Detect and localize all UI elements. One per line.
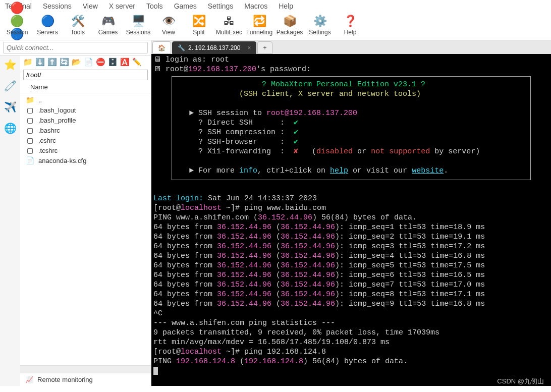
filetb-9[interactable]: ✏️ — [132, 58, 142, 67]
monitor-icon: 📈 — [25, 376, 33, 383]
settings-icon: ⚙️ — [313, 14, 327, 28]
vertical-tabs: ⭐🧷✈️🌐 — [0, 55, 20, 386]
tool-label: Help — [344, 29, 357, 36]
wrench-icon: 🔧 — [178, 44, 185, 51]
vtab-1[interactable]: 🧷 — [4, 80, 17, 92]
tool-label: Split — [193, 29, 204, 36]
path-input[interactable] — [23, 70, 148, 80]
tool-split[interactable]: 🔀Split — [184, 13, 214, 37]
home-icon: 🏠 — [158, 44, 166, 51]
file-row[interactable]: 📁.. — [20, 95, 151, 105]
tab-bar: 🏠 🔧 2. 192.168.137.200 × ＋ — [151, 40, 551, 54]
menu-help[interactable]: Help — [279, 2, 293, 10]
terminal-area: 🏠 🔧 2. 192.168.137.200 × ＋ 🖥 login as: r… — [151, 40, 551, 386]
file-icon: 📁 — [25, 96, 34, 104]
split-icon: 🔀 — [192, 14, 206, 28]
menu-x-server[interactable]: X server — [109, 2, 135, 10]
menu-tools[interactable]: Tools — [146, 2, 163, 10]
file-name: .tcshrc — [38, 147, 58, 154]
tab-home[interactable]: 🏠 — [152, 41, 171, 54]
filetb-4[interactable]: 📂 — [72, 58, 81, 67]
file-row[interactable]: ▢.bash_logout — [20, 105, 151, 115]
file-row[interactable]: ▢.tcshrc — [20, 145, 151, 155]
filetb-6[interactable]: ⛔ — [96, 58, 105, 67]
multiexec-icon: 🖧 — [222, 14, 236, 28]
tools-icon: 🛠️ — [71, 14, 85, 28]
vtab-0[interactable]: ⭐ — [4, 59, 17, 71]
file-icon: ▢ — [25, 106, 34, 114]
filetb-2[interactable]: ⬆️ — [47, 58, 57, 67]
view-icon: 👁️ — [161, 14, 176, 28]
file-name: anaconda-ks.cfg — [38, 157, 86, 164]
remote-monitoring[interactable]: 📈 Remote monitoring — [20, 373, 151, 386]
watermark: CSDN @九仞山 — [497, 377, 544, 386]
remote-monitoring-label: Remote monitoring — [37, 376, 93, 383]
quick-connect-bar — [0, 40, 151, 55]
file-row[interactable]: ▢.cshrc — [20, 135, 151, 145]
h-scrollbar[interactable] — [20, 365, 151, 373]
filetb-7[interactable]: 🗄️ — [108, 58, 118, 67]
plus-icon: ＋ — [262, 43, 268, 52]
file-row[interactable]: 📄anaconda-ks.cfg — [20, 155, 151, 165]
file-icon: ▢ — [25, 116, 34, 124]
file-name: .bashrc — [38, 127, 60, 134]
sidebar: ⭐🧷✈️🌐 📁⬇️⬆️🔄📂📄⛔🗄️🅰️✏️ Name 📁..▢.bash_log… — [0, 40, 151, 386]
tab-add[interactable]: ＋ — [257, 41, 272, 54]
filetb-8[interactable]: 🅰️ — [120, 58, 130, 67]
tool-label: Packages — [277, 29, 303, 36]
tool-games[interactable]: 🎮Games — [93, 13, 123, 37]
tool-session[interactable]: 🔴🟢🔵Session — [2, 13, 32, 37]
file-icon: ▢ — [25, 146, 34, 154]
file-list: 📁..▢.bash_logout▢.bash_profile▢.bashrc▢.… — [20, 93, 151, 365]
file-name: .bash_profile — [38, 117, 76, 124]
tool-packages[interactable]: 📦Packages — [274, 13, 305, 37]
tunneling-icon: 🔁 — [252, 14, 266, 28]
tool-label: Games — [98, 29, 118, 36]
file-row[interactable]: ▢.bashrc — [20, 125, 151, 135]
filetb-0[interactable]: 📁 — [23, 58, 33, 67]
tool-label: Tools — [71, 29, 85, 36]
file-browser: 📁⬇️⬆️🔄📂📄⛔🗄️🅰️✏️ Name 📁..▢.bash_logout▢.b… — [20, 55, 151, 386]
menu-games[interactable]: Games — [174, 2, 197, 10]
tool-help[interactable]: ❓Help — [335, 13, 365, 37]
file-header-name[interactable]: Name — [20, 81, 151, 93]
file-name: .. — [38, 96, 42, 104]
tool-tools[interactable]: 🛠️Tools — [63, 13, 93, 37]
terminal[interactable]: 🖥 login as: root 🖥 root@192.168.137.200'… — [151, 54, 551, 386]
vtab-3[interactable]: 🌐 — [4, 122, 17, 134]
tool-tunneling[interactable]: 🔁Tunneling — [244, 13, 274, 37]
menu-macros[interactable]: Macros — [244, 2, 267, 10]
packages-icon: 📦 — [283, 14, 297, 28]
tool-label: Servers — [37, 29, 58, 36]
menu-settings[interactable]: Settings — [208, 2, 234, 10]
help-icon: ❓ — [343, 14, 357, 28]
tool-sessions[interactable]: 🖥️Sessions — [123, 13, 153, 37]
menu-bar: TerminalSessionsViewX serverToolsGamesSe… — [0, 0, 551, 12]
file-row[interactable]: ▢.bash_profile — [20, 115, 151, 125]
main-toolbar: 🔴🟢🔵Session🔵Servers🛠️Tools🎮Games🖥️Session… — [0, 12, 551, 40]
tool-view[interactable]: 👁️View — [153, 13, 184, 37]
tool-label: Sessions — [126, 29, 151, 36]
close-icon[interactable]: × — [247, 44, 251, 51]
vtab-2[interactable]: ✈️ — [4, 101, 17, 113]
session-icon: 🔴🟢🔵 — [10, 14, 24, 28]
filetb-5[interactable]: 📄 — [84, 58, 93, 67]
file-name: .cshrc — [38, 137, 56, 144]
quick-connect-input[interactable] — [3, 42, 148, 53]
tool-label: View — [162, 29, 175, 36]
menu-view[interactable]: View — [83, 2, 98, 10]
file-name: .bash_logout — [38, 106, 76, 114]
filetb-3[interactable]: 🔄 — [60, 58, 69, 67]
filetb-1[interactable]: ⬇️ — [35, 58, 45, 67]
tab-label: 2. 192.168.137.200 — [188, 44, 240, 51]
tool-multiexec[interactable]: 🖧MultiExec — [214, 13, 244, 37]
tool-servers[interactable]: 🔵Servers — [32, 13, 63, 37]
file-icon: ▢ — [25, 136, 34, 144]
tool-label: Settings — [309, 29, 330, 36]
menu-sessions[interactable]: Sessions — [43, 2, 72, 10]
tab-session[interactable]: 🔧 2. 192.168.137.200 × — [172, 41, 256, 54]
file-icon: 📄 — [25, 156, 34, 164]
tool-settings[interactable]: ⚙️Settings — [305, 13, 335, 37]
tool-label: MultiExec — [216, 29, 242, 36]
games-icon: 🎮 — [101, 14, 115, 28]
